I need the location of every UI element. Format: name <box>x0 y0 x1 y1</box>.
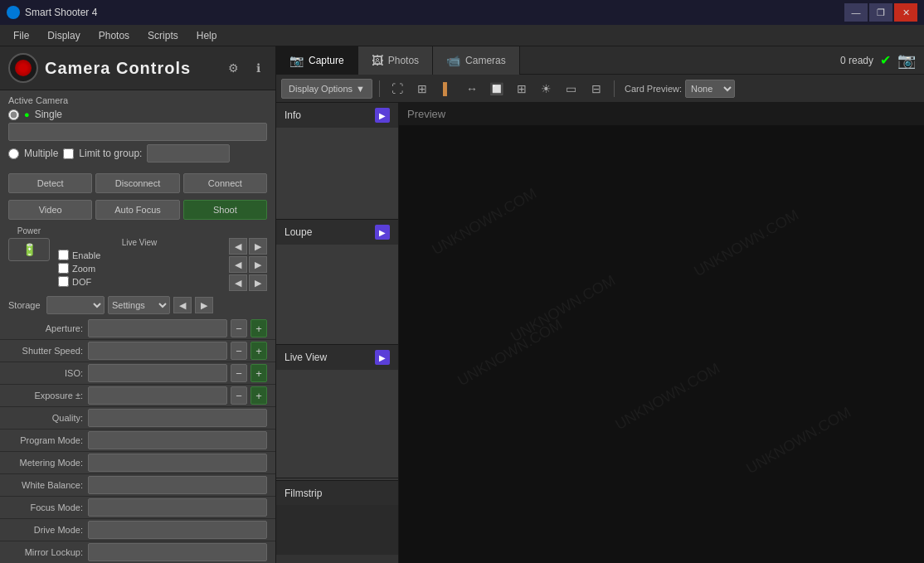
storage-row: Storage Settings ◀ ▶ <box>0 294 275 318</box>
iso-plus[interactable]: + <box>250 364 267 382</box>
camera-status-icon[interactable]: 📷 <box>897 51 916 70</box>
aperture-dropdown[interactable] <box>88 319 227 337</box>
tab-capture[interactable]: 📷 Capture <box>276 46 358 75</box>
status-area: 0 ready ✔ 📷 <box>840 51 924 70</box>
info-play-button[interactable]: ▶ <box>375 108 390 123</box>
program-dropdown[interactable] <box>88 431 267 449</box>
shutter-dropdown[interactable] <box>88 342 227 360</box>
detect-button[interactable]: Detect <box>8 173 92 193</box>
multiple-radio[interactable] <box>8 148 19 159</box>
loupe-play-button[interactable]: ▶ <box>375 225 390 240</box>
limit-group-checkbox[interactable] <box>63 148 74 159</box>
shoot-button[interactable]: Shoot <box>183 200 267 220</box>
crop-button[interactable]: ▭ <box>561 79 582 99</box>
close-button[interactable]: ✕ <box>894 3 917 22</box>
menu-file[interactable]: File <box>5 27 37 44</box>
metering-dropdown[interactable] <box>88 454 267 472</box>
arrows-button[interactable]: ↔ <box>461 79 483 99</box>
exposure-button[interactable]: ☀ <box>536 79 557 99</box>
app-logo <box>8 53 38 83</box>
display-options-arrow: ▼ <box>356 84 365 94</box>
cameras-tab-icon: 📹 <box>446 54 460 67</box>
arrow-left-2[interactable]: ◀ <box>229 256 247 273</box>
exposure-dropdown[interactable] <box>88 386 227 405</box>
iso-dropdown[interactable] <box>88 364 227 382</box>
arrow-row-1: ◀ ▶ <box>229 238 267 255</box>
drive-mode-row: Drive Mode: <box>0 519 275 541</box>
limit-group-dropdown[interactable] <box>147 144 230 163</box>
liveview-play-button[interactable]: ▶ <box>375 350 390 365</box>
shoot-buttons: Video Auto Focus Shoot <box>0 197 275 223</box>
disconnect-button[interactable]: Disconnect <box>95 173 179 193</box>
filmstrip-scrollbar[interactable] <box>276 555 398 563</box>
card-preview-dropdown[interactable]: None Card 1 Card 2 <box>685 80 735 98</box>
white-balance-label: White Balance: <box>8 480 83 490</box>
mirror-dropdown[interactable] <box>88 543 267 561</box>
toolbar-sep-1 <box>379 80 380 97</box>
liveview-zoom-checkbox[interactable] <box>58 263 69 274</box>
shutter-minus[interactable]: − <box>231 342 247 360</box>
storage-dropdown[interactable] <box>46 296 105 314</box>
filmstrip-content <box>276 505 398 555</box>
focus-dropdown[interactable] <box>88 498 267 517</box>
overlay-button[interactable]: ⊞ <box>511 79 533 99</box>
single-radio[interactable] <box>8 109 19 120</box>
multiview-button[interactable]: ⊟ <box>586 79 607 99</box>
liveview-enable-checkbox[interactable] <box>58 250 69 260</box>
quality-control <box>88 409 267 427</box>
grid-button[interactable]: ⊞ <box>411 79 433 99</box>
compare-button[interactable]: 🔲 <box>486 79 508 99</box>
shutter-plus[interactable]: + <box>250 342 267 360</box>
tab-photos[interactable]: 🖼 Photos <box>358 46 433 75</box>
settings-dropdown[interactable]: Settings <box>108 296 170 314</box>
aperture-plus[interactable]: + <box>250 319 267 337</box>
info-icon-button[interactable]: ℹ <box>249 59 267 77</box>
menu-photos[interactable]: Photos <box>90 27 138 44</box>
single-camera-dropdown[interactable] <box>8 123 267 141</box>
app-icon <box>7 6 20 19</box>
info-panel-header[interactable]: Info ▶ <box>276 103 398 128</box>
preview-label: Preview <box>399 103 924 125</box>
fullscreen-button[interactable]: ⛶ <box>387 79 408 99</box>
connect-button[interactable]: Connect <box>183 173 267 193</box>
iso-minus[interactable]: − <box>231 364 247 382</box>
camera-controls-title: Camera Controls <box>45 59 217 78</box>
aperture-minus[interactable]: − <box>231 319 247 337</box>
exposure-row: Exposure ±: − + <box>0 385 275 407</box>
program-control <box>88 431 267 449</box>
storage-arrow-left[interactable]: ◀ <box>173 297 192 313</box>
liveview-dof-checkbox[interactable] <box>58 276 69 287</box>
shutter-control: − + <box>88 342 267 360</box>
filmstrip-header: Filmstrip <box>276 480 398 505</box>
quality-dropdown[interactable] <box>88 409 267 427</box>
histogram-button[interactable]: ▌ <box>436 79 458 99</box>
arrow-right-2[interactable]: ▶ <box>249 256 267 273</box>
video-button[interactable]: Video <box>8 200 92 220</box>
arrow-right-3[interactable]: ▶ <box>249 274 267 291</box>
liveview-panel-header[interactable]: Live View ▶ <box>276 345 398 370</box>
display-options-button[interactable]: Display Options ▼ <box>281 79 372 99</box>
maximize-button[interactable]: ❐ <box>869 3 892 22</box>
exposure-minus[interactable]: − <box>231 386 247 405</box>
loupe-panel-header[interactable]: Loupe ▶ <box>276 220 398 245</box>
active-camera-label: Active Camera <box>8 95 267 105</box>
drive-dropdown[interactable] <box>88 521 267 539</box>
storage-arrow-right[interactable]: ▶ <box>195 297 213 313</box>
autofocus-button[interactable]: Auto Focus <box>95 200 179 220</box>
minimize-button[interactable]: — <box>844 3 868 22</box>
menu-scripts[interactable]: Scripts <box>139 27 187 44</box>
menu-help[interactable]: Help <box>188 27 226 44</box>
arrow-right-1[interactable]: ▶ <box>249 238 267 255</box>
arrow-left-3[interactable]: ◀ <box>229 274 247 291</box>
metering-control <box>88 454 267 472</box>
exposure-control: − + <box>88 386 267 405</box>
exposure-plus[interactable]: + <box>250 386 267 405</box>
settings-icon-button[interactable]: ⚙ <box>224 59 242 77</box>
tab-cameras[interactable]: 📹 Cameras <box>433 46 520 75</box>
capture-tab-icon: 📷 <box>289 54 304 67</box>
menu-display[interactable]: Display <box>39 27 88 44</box>
panels-column: Info ▶ Loupe ▶ Live View ▶ <box>276 103 399 563</box>
arrow-left-1[interactable]: ◀ <box>229 238 247 255</box>
wb-dropdown[interactable] <box>88 476 267 494</box>
liveview-dof-label: DOF <box>72 277 91 287</box>
